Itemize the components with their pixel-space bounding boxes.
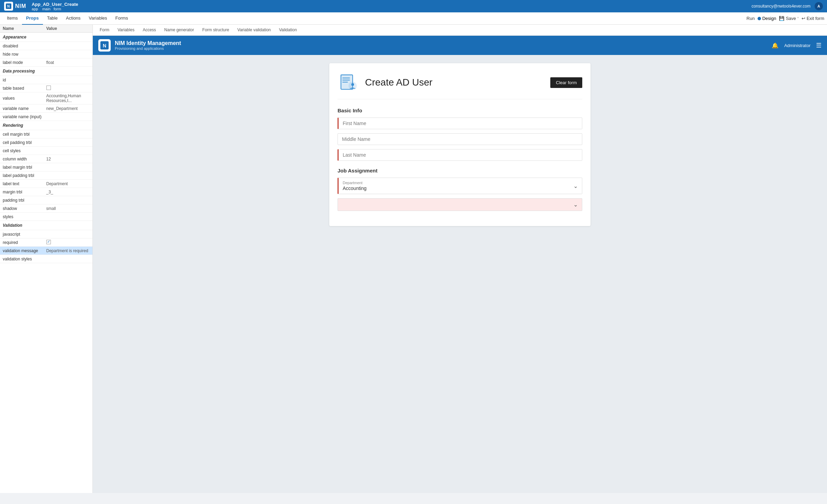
form-tab-form[interactable]: Form — [96, 25, 113, 36]
required-checkbox[interactable] — [46, 240, 51, 244]
bell-icon[interactable]: 🔔 — [772, 42, 779, 49]
props-row-table-based[interactable]: table based — [0, 84, 92, 92]
department-select-content: Department Accounting — [343, 181, 573, 191]
first-name-input[interactable] — [343, 121, 578, 126]
props-row-required[interactable]: required — [0, 238, 92, 247]
props-row-validation-styles[interactable]: validation styles — [0, 255, 92, 263]
exit-icon: ↩ — [802, 16, 805, 21]
props-header: Name Value — [0, 25, 92, 33]
props-row-label-text[interactable]: label text Department — [0, 180, 92, 188]
props-row-javascript[interactable]: javascript — [0, 230, 92, 238]
top-nav-bar: N NIM App_AD_User_Create app main form c… — [0, 0, 827, 12]
department-group: Department Accounting ⌄ — [338, 178, 582, 194]
middle-name-group — [338, 133, 582, 145]
form-tab-variables[interactable]: Variables — [113, 25, 139, 36]
breadcrumb-app: App_AD_User_Create — [32, 2, 78, 7]
props-value-col: Value — [46, 26, 90, 31]
props-row-margin-trbl[interactable]: margin trbl _3_ — [0, 188, 92, 196]
form-tab-name-generator[interactable]: Name generator — [160, 25, 198, 36]
props-row-label-mode[interactable]: label mode float — [0, 58, 92, 67]
form-icon — [338, 71, 360, 93]
department-chevron-down-icon: ⌄ — [573, 183, 578, 189]
user-email: consultancy@nwtools4ever.com — [751, 4, 811, 9]
design-button[interactable]: Design — [758, 16, 776, 21]
form-tab-variable-validation[interactable]: Variable validation — [233, 25, 275, 36]
props-row-cell-styles[interactable]: cell styles — [0, 147, 92, 155]
last-name-input[interactable] — [343, 152, 578, 158]
department-label: Department — [343, 181, 573, 185]
form-card-header: Create AD User Clear form — [338, 71, 582, 99]
middle-name-input[interactable] — [342, 136, 578, 142]
save-asterisk: * — [797, 16, 799, 20]
props-row-variable-name[interactable]: variable name new_Department — [0, 104, 92, 113]
props-row-disabled[interactable]: disabled — [0, 42, 92, 50]
breadcrumb-form: app main form — [32, 7, 78, 11]
props-row-shadow[interactable]: shadow small — [0, 204, 92, 213]
save-button[interactable]: 💾 Save * — [779, 16, 799, 21]
nim-identity-header: N NIM Identity Management Provisioning a… — [93, 36, 827, 55]
first-name-wrapper — [338, 117, 582, 129]
form-tab-form-structure[interactable]: Form structure — [198, 25, 233, 36]
props-row-hide-row[interactable]: hide row — [0, 50, 92, 58]
middle-name-wrapper — [338, 133, 582, 145]
nim-header-right: 🔔 Administrator ☰ — [772, 42, 822, 49]
props-name-col: Name — [3, 26, 46, 31]
nim-identity-subtitle: Provisioning and applications — [115, 46, 768, 51]
tab-actions[interactable]: Actions — [62, 12, 85, 25]
form-tab-validation[interactable]: Validation — [275, 25, 301, 36]
props-row-cell-margin[interactable]: cell margin trbl — [0, 130, 92, 138]
exit-form-button[interactable]: ↩ Exit form — [802, 16, 824, 21]
props-row-column-width[interactable]: column width 12 — [0, 155, 92, 163]
props-row-validation-message[interactable]: validation message Department is require… — [0, 247, 92, 255]
table-based-checkbox[interactable] — [46, 86, 51, 90]
nim-identity-title: NIM Identity Management — [115, 40, 768, 46]
svg-rect-6 — [342, 78, 350, 78]
first-name-group — [338, 117, 582, 129]
props-row-id[interactable]: id — [0, 76, 92, 84]
basic-info-section: Basic Info — [338, 108, 582, 161]
props-row-label-padding[interactable]: label padding trbl — [0, 171, 92, 180]
run-button[interactable]: Run — [747, 16, 755, 21]
svg-rect-7 — [342, 80, 350, 80]
tab-props[interactable]: Props — [22, 12, 43, 25]
form-tab-access[interactable]: Access — [139, 25, 160, 36]
svg-text:N: N — [7, 4, 10, 8]
department-value: Accounting — [343, 186, 573, 191]
department-wrapper[interactable]: Department Accounting ⌄ — [338, 178, 582, 194]
form-title: Create AD User — [365, 77, 432, 88]
second-nav-bar: Items Props Table Actions Variables Form… — [0, 12, 827, 25]
second-dropdown-wrapper[interactable]: ⌄ — [338, 198, 582, 211]
props-row-padding-trbl[interactable]: padding trbl — [0, 196, 92, 204]
props-row-label-margin[interactable]: label margin trbl — [0, 163, 92, 171]
nim-identity-logo: N — [98, 39, 111, 52]
nim-logo-text: NIM — [15, 3, 26, 9]
section-data-processing: Data processing — [0, 67, 92, 76]
svg-text:N: N — [103, 43, 106, 48]
last-name-group — [338, 149, 582, 161]
second-dropdown-group: ⌄ — [338, 198, 582, 211]
tab-items[interactable]: Items — [3, 12, 22, 25]
tab-table[interactable]: Table — [43, 12, 62, 25]
form-title-area: Create AD User — [338, 71, 432, 93]
menu-icon[interactable]: ☰ — [816, 42, 822, 49]
tab-forms[interactable]: Forms — [111, 12, 132, 25]
form-nav: Form Variables Access Name generator For… — [93, 25, 827, 36]
job-assignment-section: Job Assignment Department Accounting ⌄ — [338, 168, 582, 211]
last-name-wrapper — [338, 149, 582, 161]
nim-logo-icon: N — [4, 2, 13, 11]
design-radio-dot — [758, 17, 761, 20]
tab-variables[interactable]: Variables — [85, 12, 111, 25]
user-avatar: A — [815, 2, 823, 10]
nim-logo: N NIM — [4, 2, 26, 11]
props-row-cell-padding[interactable]: cell padding trbl — [0, 138, 92, 147]
job-assignment-title: Job Assignment — [338, 168, 582, 173]
props-row-values[interactable]: values Accounting,Human Resources,I... — [0, 92, 92, 104]
props-row-variable-name-input[interactable]: variable name (input) — [0, 113, 92, 121]
clear-form-button[interactable]: Clear form — [550, 77, 582, 88]
section-appearance: Appearance — [0, 33, 92, 42]
svg-rect-8 — [342, 82, 348, 82]
top-nav-right: consultancy@nwtools4ever.com A — [751, 2, 823, 10]
save-icon: 💾 — [779, 16, 784, 21]
props-row-styles[interactable]: styles — [0, 213, 92, 221]
second-dropdown-chevron-icon: ⌄ — [573, 201, 578, 208]
